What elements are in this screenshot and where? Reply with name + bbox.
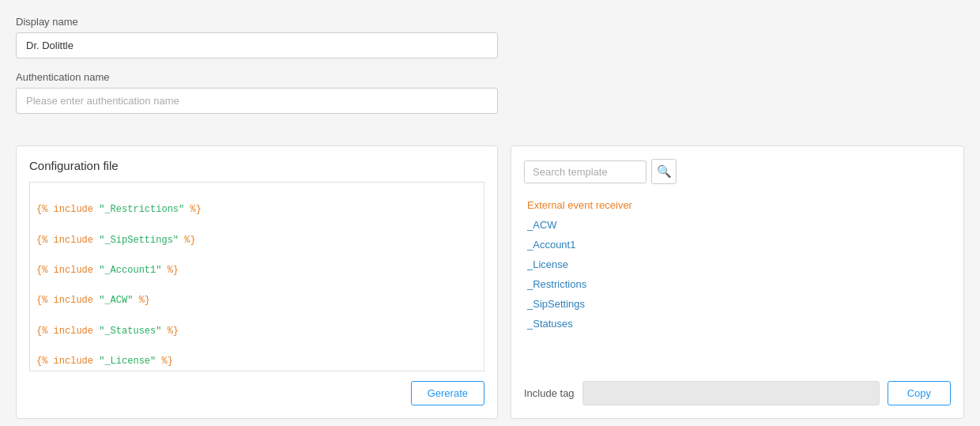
generate-button[interactable]: Gererate [411,381,484,405]
auth-name-label: Authentication name [16,71,964,83]
code-editor[interactable]: {% include "_Restrictions" %} {% include… [29,182,484,371]
template-panel: 🔍 External event receiver _ACW _Account1… [511,145,964,419]
search-template-input[interactable] [524,160,646,183]
list-item[interactable]: _License [524,254,951,274]
list-item[interactable]: External event receiver [524,195,951,215]
config-panel-title: Configuration file [29,159,484,172]
copy-button[interactable]: Copy [888,381,951,405]
config-file-panel: Configuration file {% include "_Restrict… [16,145,498,419]
list-item[interactable]: _Statuses [524,314,951,334]
list-item[interactable]: _Restrictions [524,274,951,294]
list-item[interactable]: _SipSettings [524,294,951,314]
list-item[interactable]: _ACW [524,215,951,235]
auth-name-input[interactable] [16,88,498,114]
template-list: External event receiver _ACW _Account1 _… [524,195,951,334]
include-tag-input[interactable] [582,381,880,405]
list-item[interactable]: _Account1 [524,235,951,254]
search-button[interactable]: 🔍 [651,159,677,184]
display-name-label: Display name [16,16,964,28]
include-tag-label: Include tag [524,387,575,399]
search-icon: 🔍 [657,164,672,179]
display-name-input[interactable] [16,32,498,58]
